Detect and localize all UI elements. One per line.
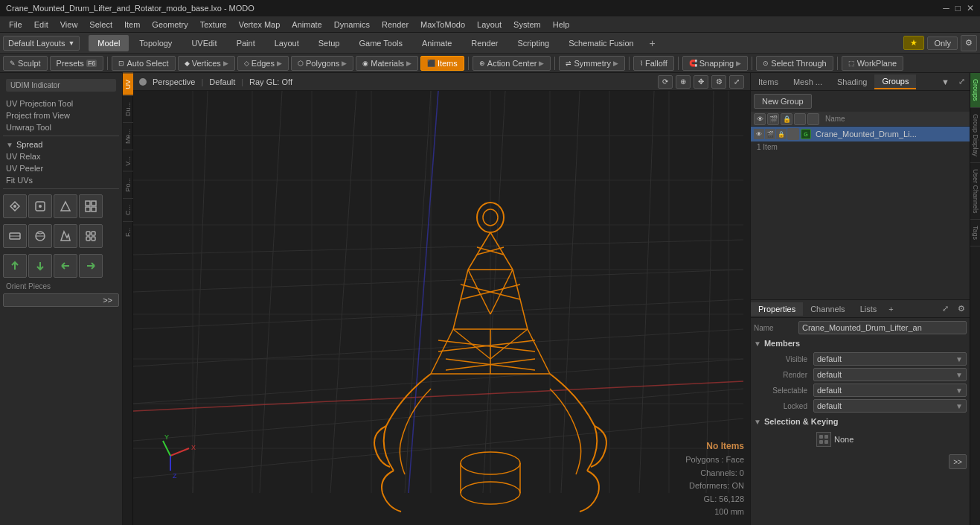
minimize-btn[interactable]: ─ <box>943 3 949 13</box>
tool-icon-6[interactable] <box>28 224 52 248</box>
tool-icon-2[interactable] <box>28 194 52 218</box>
side-tab-du[interactable]: Du... <box>123 95 133 122</box>
materials-btn[interactable]: ◉ Materials ▶ <box>356 56 418 71</box>
members-header[interactable]: ▼ Members <box>754 337 967 349</box>
menu-layout[interactable]: Layout <box>471 19 507 31</box>
tool-icon-8[interactable] <box>79 224 103 248</box>
side-tab-c[interactable]: C... <box>123 198 133 221</box>
fit-uvs[interactable]: Fit UVs <box>0 174 122 186</box>
side-tab-f[interactable]: F... <box>123 221 133 243</box>
menu-vertex-map[interactable]: Vertex Map <box>233 19 286 31</box>
auto-select-btn[interactable]: ⊡ Auto Select <box>112 56 175 71</box>
uv-relax[interactable]: UV Relax <box>0 150 122 162</box>
visible-select[interactable]: default ▼ <box>813 352 967 366</box>
vp-tool-settings[interactable]: ⚙ <box>711 75 726 89</box>
side-tab-me[interactable]: Me... <box>123 122 133 150</box>
tab-schematic-fusion[interactable]: Schematic Fusion <box>560 35 642 51</box>
tab-scripting[interactable]: Scripting <box>508 35 558 51</box>
tab-paint[interactable]: Paint <box>228 35 264 51</box>
menu-edit[interactable]: Edit <box>28 19 54 31</box>
rside-groups[interactable]: Groups <box>970 73 981 108</box>
prop-expand-btn[interactable]: ⤢ <box>938 302 953 316</box>
vertices-btn[interactable]: ◆ Vertices ▶ <box>178 56 235 71</box>
arrow-left-btn[interactable] <box>54 254 77 278</box>
tool-icon-3[interactable] <box>54 194 77 218</box>
prop-tab-properties[interactable]: Properties <box>751 302 803 316</box>
prop-more-btn[interactable]: >> <box>949 454 967 469</box>
layout-dropdown[interactable]: Default Layouts ▼ <box>3 36 80 51</box>
more-button[interactable]: >> <box>3 293 119 307</box>
add-tab-btn[interactable]: + <box>644 35 661 51</box>
tool-icon-4[interactable] <box>79 194 103 218</box>
group-item-crane[interactable]: 👁 🎬 🔒 G Crane_Mounted_Drum_Li... <box>751 127 970 141</box>
tool-icon-5[interactable] <box>3 224 27 248</box>
close-btn[interactable]: ✕ <box>967 3 974 13</box>
spread-row[interactable]: ▼ Spread <box>0 139 122 150</box>
edges-btn[interactable]: ◇ Edges ▶ <box>237 56 289 71</box>
items-btn[interactable]: ⬛ Items <box>420 56 464 71</box>
vp-tool-expand[interactable]: ⤢ <box>729 75 744 89</box>
tab-groups[interactable]: Groups <box>874 74 916 89</box>
side-tab-po[interactable]: Po... <box>123 171 133 198</box>
menu-dynamics[interactable]: Dynamics <box>328 19 376 31</box>
right-expand-btn[interactable]: ⤢ <box>954 74 970 89</box>
presets-btn[interactable]: Presets F6 <box>50 56 104 71</box>
tab-topology[interactable]: Topology <box>130 35 181 51</box>
menu-geometry[interactable]: Geometry <box>146 19 193 31</box>
maximize-btn[interactable]: □ <box>955 3 961 13</box>
tab-mesh[interactable]: Mesh ... <box>786 75 830 89</box>
only-button[interactable]: Only <box>927 36 958 50</box>
rside-tags[interactable]: Tags <box>970 220 981 246</box>
tab-setup[interactable]: Setup <box>310 35 349 51</box>
menu-view[interactable]: View <box>54 19 84 31</box>
symmetry-btn[interactable]: ⇌ Symmetry ▶ <box>559 56 625 71</box>
titlebar-controls[interactable]: ─ □ ✕ <box>943 3 974 13</box>
group-eye-icon[interactable]: 👁 <box>754 129 764 139</box>
menu-help[interactable]: Help <box>547 19 576 31</box>
uv-peeler[interactable]: UV Peeler <box>0 162 122 174</box>
sel-keying-header[interactable]: ▼ Selection & Keying <box>754 416 967 427</box>
tab-render[interactable]: Render <box>462 35 507 51</box>
vp-tool-rotate[interactable]: ⟳ <box>658 75 673 89</box>
menu-system[interactable]: System <box>507 19 547 31</box>
prop-tab-channels[interactable]: Channels <box>803 302 852 316</box>
select-through-btn[interactable]: ⊙ Select Through <box>756 56 833 71</box>
arrow-down-btn[interactable] <box>28 254 52 278</box>
unwrap-tool[interactable]: Unwrap Tool <box>0 121 122 133</box>
tab-items[interactable]: Items <box>751 75 786 89</box>
vp-tool-pan[interactable]: ✥ <box>694 75 708 89</box>
star-button[interactable]: ★ <box>903 36 924 50</box>
rside-user-channels[interactable]: User Channels <box>970 163 981 220</box>
new-group-button[interactable]: New Group <box>754 94 812 109</box>
menu-render[interactable]: Render <box>376 19 414 31</box>
locked-select[interactable]: default ▼ <box>813 399 967 413</box>
snapping-btn[interactable]: 🧲 Snapping ▶ <box>682 56 749 71</box>
rside-group-display[interactable]: Group Display <box>970 108 981 163</box>
project-from-view[interactable]: Project from View <box>0 109 122 121</box>
tab-model[interactable]: Model <box>89 35 129 51</box>
side-tab-uv[interactable]: UV <box>123 73 133 95</box>
prop-gear-btn[interactable]: ⚙ <box>953 302 970 316</box>
tool-icon-7[interactable] <box>54 224 77 248</box>
side-tab-v[interactable]: V... <box>123 150 133 172</box>
menu-maxtomodo[interactable]: MaxToModo <box>414 19 471 31</box>
group-lock-icon[interactable]: 🔒 <box>776 129 787 139</box>
prop-tab-lists[interactable]: Lists <box>853 302 885 316</box>
menu-file[interactable]: File <box>3 19 28 31</box>
menu-item[interactable]: Item <box>118 19 146 31</box>
workplane-btn[interactable]: ⬚ WorkPlane <box>842 56 904 71</box>
settings-gear-btn[interactable]: ⚙ <box>961 35 977 51</box>
menu-animate[interactable]: Animate <box>286 19 327 31</box>
tab-animate[interactable]: Animate <box>413 35 461 51</box>
right-tab-dropdown[interactable]: ▼ <box>937 75 954 89</box>
arrow-up-btn[interactable] <box>3 254 27 278</box>
tool-icon-1[interactable] <box>3 194 27 218</box>
tab-layout[interactable]: Layout <box>266 35 308 51</box>
group-render-icon[interactable]: 🎬 <box>765 129 775 139</box>
render-select[interactable]: default ▼ <box>813 368 967 381</box>
viewport-3d[interactable]: X Y Z No Items Polygons : Face Channels:… <box>133 91 750 525</box>
menu-texture[interactable]: Texture <box>194 19 233 31</box>
tab-uvedit[interactable]: UVEdit <box>182 35 225 51</box>
uv-projection-tool[interactable]: UV Projection Tool <box>0 98 122 109</box>
tab-shading[interactable]: Shading <box>830 75 874 89</box>
